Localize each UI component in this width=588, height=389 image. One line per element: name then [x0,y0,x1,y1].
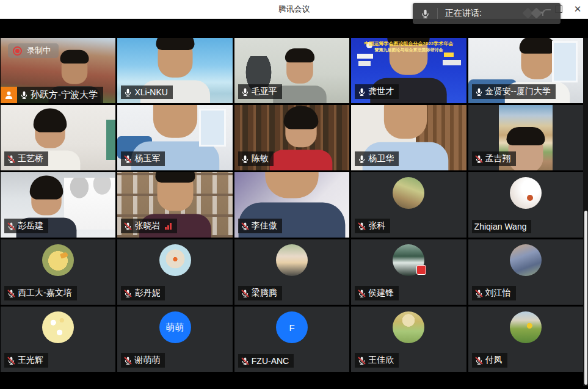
participant-tile[interactable]: 王艺桥 [1,105,115,170]
avatar-initials: 萌萌 [166,322,184,333]
name-label: 杨玉军 [121,151,165,166]
participant-avatar [42,311,74,343]
mic-icon [123,289,132,298]
participant-tile[interactable]: 张科 [351,172,466,238]
participant-name: 龚世才 [368,86,394,97]
participant-tile[interactable]: 录制中 孙跃方-宁波大学 [1,38,115,103]
name-label: 孙跃方-宁波大学 [17,87,103,103]
participant-tile[interactable]: 侯建锋 [351,239,466,305]
participant-tile[interactable]: 杨卫华 [351,105,466,170]
name-label: 西工大-嘉文培 [4,286,77,300]
name-label: 陈敏 [238,151,274,166]
mic-icon [357,87,366,96]
name-label: 李佳傲 [238,219,282,233]
name-label: 金贤安--厦门大学 [472,84,556,99]
speaking-indicator: 正在讲话: [413,3,561,24]
participant-tile[interactable]: 杨玉军 [117,105,232,170]
name-label: Zhiqian Wang [472,220,532,233]
participant-name: FZU-ANC [252,356,289,366]
name-label: 彭丹妮 [121,286,165,300]
participant-name: 谢萌萌 [134,355,160,366]
participant-avatar [393,244,424,276]
divider [437,8,438,19]
microphone-icon [413,9,437,19]
person-icon [4,90,14,100]
participant-name: 侯建锋 [368,288,394,299]
mic-icon [7,155,16,164]
participant-tile[interactable]: 付凤 [468,307,583,372]
mic-icon [474,356,484,365]
participant-tile[interactable]: 梁腾腾 [234,239,349,305]
close-button[interactable]: ✕ [568,0,587,18]
scrollbar[interactable] [583,38,588,386]
name-label: 王光辉 [4,353,48,368]
participant-tile[interactable]: 张晓岩 [117,172,232,238]
name-label: XLi-NKU [121,85,172,99]
participant-tile[interactable]: 毛亚平 [234,38,349,103]
participant-tile[interactable]: 李佳傲 [234,172,349,238]
participant-tile[interactable]: 孟吉翔 [468,105,583,170]
participant-tile[interactable]: Zhiqian Wang [468,172,583,238]
participant-avatar: F [276,311,308,343]
name-label: 梁腾腾 [238,286,282,300]
participant-name: 西工大-嘉文培 [18,288,72,299]
mic-icon [357,289,366,298]
mic-icon [7,356,16,365]
poster-title-line2: 暨第九届图论与组合算法国际研讨会 [351,47,466,53]
mic-icon [123,356,132,365]
scrollbar-thumb[interactable] [584,211,587,385]
participant-avatar [510,311,542,343]
mic-icon [241,155,250,164]
host-badge [1,87,17,103]
participant-tile[interactable]: 陈敏 [234,105,349,170]
participant-avatar [42,244,74,276]
participant-tile[interactable]: 西工大-嘉文培 [1,239,115,305]
participant-avatar [393,177,424,209]
name-label: 张晓岩 [121,219,177,233]
mic-icon [474,289,484,298]
avatar-initials: F [289,322,294,333]
participant-name: 付凤 [485,355,503,366]
mic-icon [7,222,16,231]
participant-tile[interactable]: 刘江怡 [468,239,583,305]
participant-avatar [510,244,542,276]
participant-tile[interactable]: 金贤安--厦门大学 [468,38,583,103]
mic-icon [357,155,366,164]
mic-icon [474,87,484,96]
mic-icon [357,356,366,365]
participant-tile[interactable]: 萌萌 谢萌萌 [117,307,232,372]
mic-icon [241,87,250,96]
name-label: 杨卫华 [355,151,399,166]
network-poor-icon [165,223,172,230]
mic-icon [357,222,366,231]
name-label: 刘江怡 [472,286,516,300]
participant-tile[interactable]: 王佳欣 [351,307,466,372]
name-label: 谢萌萌 [121,353,165,368]
participant-name: 杨卫华 [368,153,394,164]
participant-tile[interactable]: 彭岳建 [1,172,115,238]
name-label: 彭岳建 [4,219,48,233]
participant-tile[interactable]: XLi-NKU [117,38,232,103]
participant-name: Zhiqian Wang [474,222,527,231]
mic-icon [7,289,16,298]
participant-name: 王佳欣 [368,355,394,366]
mic-icon [241,222,250,231]
participant-name: 陈敏 [252,153,269,164]
mic-icon [123,222,132,231]
participant-tile[interactable]: F FZU-ANC [234,307,349,372]
participant-name: 李佳傲 [252,220,277,231]
participant-tile[interactable]: 王光辉 [1,307,115,372]
recording-label: 录制中 [27,45,51,56]
record-badge: 录制中 [8,43,59,58]
participant-name: 彭丹妮 [134,288,160,299]
participant-name: 彭岳建 [18,220,43,231]
watermark-logo-icon [520,7,552,20]
participant-tile[interactable]: 中国运筹学会图论组合分会2022学术年会 暨第九届图论与组合算法国际研讨会 龚世… [351,38,466,103]
participant-avatar [159,244,191,276]
name-label: 孟吉翔 [472,151,516,166]
mic-icon [474,155,484,164]
name-label: 付凤 [472,353,507,368]
participant-tile[interactable]: 彭丹妮 [117,239,232,305]
mic-icon [123,88,132,97]
mic-icon [241,289,250,298]
